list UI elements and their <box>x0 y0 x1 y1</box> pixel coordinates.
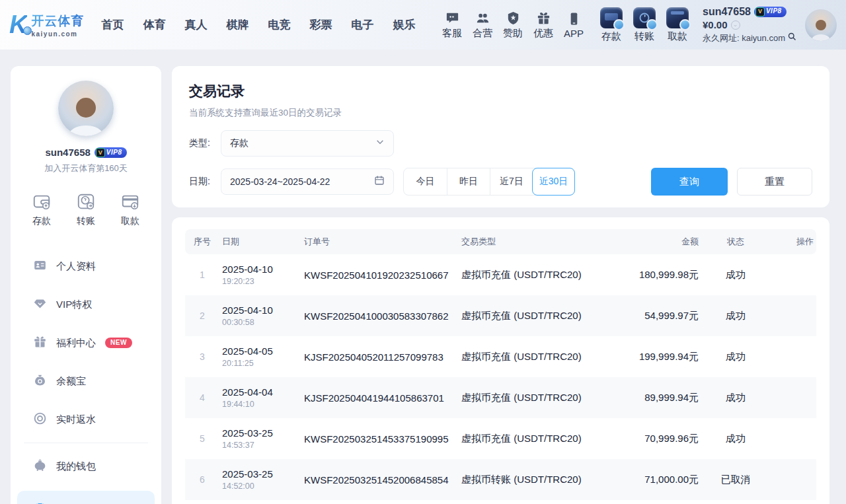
col-amount: 金额 <box>594 236 699 248</box>
nav-live[interactable]: 真人 <box>184 17 207 32</box>
calendar-icon <box>374 175 385 188</box>
status-text: 成功 <box>699 269 773 281</box>
profile-sidebar: sun47658 V VIP8 加入开云体育第160天 存款 转账 取款 个人资… <box>11 66 161 504</box>
sponsor-button[interactable]: 赞助 <box>498 11 528 40</box>
status-text: 成功 <box>699 433 773 445</box>
transfer-icon <box>633 7 656 28</box>
table-row: 6 2025-03-2514:52:00 KWSF202503251452006… <box>185 459 816 500</box>
range-7days[interactable]: 近7日 <box>490 168 533 195</box>
sidebar-divider <box>24 443 148 443</box>
gift-icon <box>528 11 558 26</box>
col-order: 订单号 <box>304 236 461 248</box>
wallet-icon <box>32 192 52 211</box>
transaction-list-icon <box>33 502 47 504</box>
status-text: 成功 <box>699 351 773 363</box>
sidebar-item-vip[interactable]: VIP特权 <box>11 285 161 324</box>
table-row: 2 2025-04-1000:30:58 KWSF202504100030583… <box>185 295 816 336</box>
range-today[interactable]: 今日 <box>404 168 447 195</box>
app-download-button[interactable]: APP <box>558 11 589 39</box>
partnership-button[interactable]: 合营 <box>467 11 498 40</box>
promotions-button[interactable]: 优惠 <box>528 11 558 40</box>
table-row: 5 2025-03-2514:53:37 KWSF202503251453375… <box>185 418 816 459</box>
col-type: 交易类型 <box>461 236 594 248</box>
user-info: sun47658 V VIP8 ¥0.00 ⌄ 永久网址: kaiyun.com <box>703 5 797 45</box>
piggy-bank-icon <box>33 458 47 475</box>
vip-shield-icon: V <box>755 7 765 17</box>
status-text: 成功 <box>699 310 773 322</box>
rebate-ring-icon <box>33 412 47 428</box>
withdraw-icon <box>666 7 689 28</box>
type-select[interactable]: 存款 <box>221 130 394 157</box>
type-label: 类型: <box>189 137 221 149</box>
join-days-text: 加入开云体育第160天 <box>11 162 161 174</box>
user-avatar[interactable] <box>805 9 837 41</box>
people-icon <box>467 11 498 26</box>
date-range-input[interactable]: 2025-03-24~2025-04-22 <box>221 168 394 195</box>
chevron-down-icon <box>375 137 385 149</box>
sidebar-menu: 个人资料 VIP特权 福利中心 NEW 余额宝 实时返水 我的钱包 交易记录 <box>11 247 161 504</box>
search-icon[interactable] <box>787 32 797 44</box>
phone-icon <box>558 11 589 26</box>
nav-sports[interactable]: 体育 <box>143 17 165 32</box>
range-yesterday[interactable]: 昨日 <box>447 168 490 195</box>
gem-icon <box>33 297 47 313</box>
transfer-button[interactable]: 转账 <box>629 7 660 43</box>
main-nav: 首页 体育 真人 棋牌 电竞 彩票 电子 娱乐 <box>101 17 415 32</box>
username: sun47658 <box>703 5 751 18</box>
top-navbar: K 开云体育 kaiyun.com 首页 体育 真人 棋牌 电竞 彩票 电子 娱… <box>0 0 846 50</box>
brand-domain: kaiyun.com <box>31 30 84 38</box>
range-30days[interactable]: 近30日 <box>532 168 575 196</box>
col-seq: 序号 <box>185 236 219 248</box>
sidebar-item-transactions[interactable]: 交易记录 <box>17 491 155 504</box>
sidebar-transfer-button[interactable]: 转账 <box>76 192 96 227</box>
date-range-presets: 今日 昨日 近7日 近30日 <box>403 168 575 196</box>
shield-star-icon <box>498 11 528 26</box>
table-row: 4 2025-04-0419:44:10 KJSF202504041944105… <box>185 377 816 418</box>
sidebar-item-rebate[interactable]: 实时返水 <box>11 400 161 439</box>
sidebar-deposit-button[interactable]: 存款 <box>32 192 52 227</box>
refresh-balance-icon[interactable]: ⌄ <box>731 20 740 30</box>
page-subtitle: 当前系统支持查询最近30日的交易记录 <box>189 107 812 119</box>
sidebar-vip-badge: V VIP8 <box>95 147 127 158</box>
sidebar-item-wallet[interactable]: 我的钱包 <box>11 447 161 486</box>
nav-home[interactable]: 首页 <box>101 17 124 32</box>
withdraw-button[interactable]: 取款 <box>662 7 693 43</box>
sidebar-username: sun47658 <box>45 147 90 158</box>
col-action: 操作 <box>773 236 816 248</box>
page-title: 交易记录 <box>189 82 812 100</box>
deposit-icon <box>600 7 623 28</box>
brand-name: 开云体育 <box>31 13 84 30</box>
date-label: 日期: <box>189 176 221 188</box>
sidebar-item-profile[interactable]: 个人资料 <box>11 247 161 285</box>
customer-service-button[interactable]: 客服 <box>437 11 467 40</box>
chat-icon <box>437 11 467 26</box>
nav-esports[interactable]: 电竞 <box>268 17 290 32</box>
deposit-button[interactable]: 存款 <box>596 7 627 43</box>
table-header-row: 序号 日期 订单号 交易类型 金额 状态 操作 <box>185 229 816 254</box>
col-status: 状态 <box>699 236 773 248</box>
logo-k-icon: K <box>9 11 27 39</box>
sidebar-item-welfare[interactable]: 福利中心 NEW <box>11 324 161 362</box>
table-row: 1 2025-04-1019:20:23 KWSF202504101920232… <box>185 254 816 295</box>
transaction-filter-card: 交易记录 当前系统支持查询最近30日的交易记录 类型: 存款 日期: 2025-… <box>172 66 829 207</box>
reset-button[interactable]: 重置 <box>737 168 812 196</box>
nav-chess[interactable]: 棋牌 <box>226 17 249 32</box>
table-row: 3 2025-04-0520:11:25 KJSF202504052011257… <box>185 336 816 377</box>
sidebar-withdraw-button[interactable]: 取款 <box>120 192 140 227</box>
profile-avatar[interactable] <box>58 81 114 136</box>
nav-entertainment[interactable]: 娱乐 <box>393 17 415 32</box>
table-body: 1 2025-04-1019:20:23 KWSF202504101920232… <box>185 254 816 500</box>
gift-icon <box>33 335 47 351</box>
nav-lottery[interactable]: 彩票 <box>309 17 332 32</box>
sidebar-item-yuebao[interactable]: 余额宝 <box>11 362 161 400</box>
transaction-table-card: 序号 日期 订单号 交易类型 金额 状态 操作 1 2025-04-1019:2… <box>172 217 829 504</box>
status-text: 已取消 <box>699 474 773 486</box>
sidebar-vip-shield-icon: V <box>96 148 105 157</box>
search-button[interactable]: 查询 <box>651 168 728 196</box>
nav-slots[interactable]: 电子 <box>351 17 373 32</box>
vip-badge: V VIP8 <box>754 7 787 17</box>
money-bag-icon <box>33 373 47 390</box>
balance: ¥0.00 <box>703 19 728 32</box>
brand-logo[interactable]: K 开云体育 kaiyun.com <box>9 11 84 39</box>
status-text: 成功 <box>699 392 773 404</box>
